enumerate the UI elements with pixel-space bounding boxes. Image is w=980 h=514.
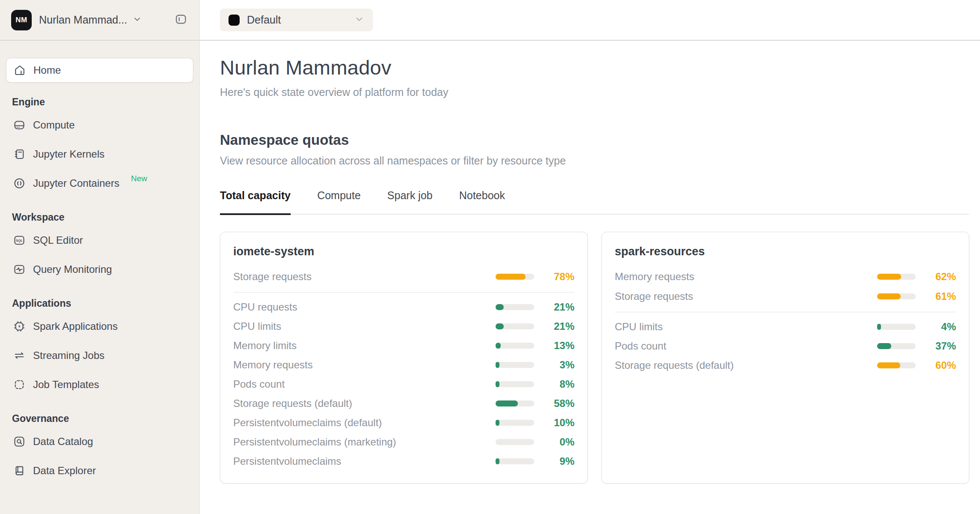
compute-icon (13, 119, 26, 131)
quota-percent: 37% (924, 340, 956, 352)
data-explorer-icon (13, 464, 26, 477)
quota-progress-fill (496, 274, 526, 280)
quota-progress-fill (877, 362, 900, 368)
quota-percent: 9% (543, 455, 574, 467)
quota-progress-bar (496, 304, 534, 310)
home-icon (13, 64, 26, 77)
sidebar-section-governance: Governance (12, 413, 187, 424)
page-subtitle: Here's quick state overview of platform … (220, 86, 969, 99)
quota-row: Persistentvolumeclaims (default) 10% (233, 413, 574, 432)
sidebar-item-label: Compute (33, 119, 75, 131)
chevron-down-icon[interactable] (132, 15, 142, 26)
chevron-down-icon (354, 14, 364, 26)
sidebar-item-query-monitoring[interactable]: Query Monitoring (6, 255, 193, 284)
sidebar-item-jupyter-containers[interactable]: Jupyter Containers New (6, 169, 193, 198)
project-selector[interactable]: Default (220, 9, 373, 31)
app-root: NM Nurlan Mammad... Home Engine (0, 0, 980, 514)
quota-label: Persistentvolumeclaims (default) (233, 417, 496, 429)
avatar: NM (11, 10, 32, 30)
user-name[interactable]: Nurlan Mammad... (39, 14, 127, 26)
quota-label: CPU limits (615, 321, 877, 333)
sidebar-item-data-explorer[interactable]: Data Explorer (6, 456, 193, 485)
quota-percent: 58% (543, 397, 574, 409)
sidebar-item-data-catalog[interactable]: Data Catalog (6, 427, 193, 456)
quota-progress-fill (496, 400, 518, 406)
quota-progress-bar (877, 293, 916, 299)
sidebar: NM Nurlan Mammad... Home Engine (0, 0, 200, 514)
quota-progress-fill (877, 274, 901, 280)
quota-label: Pods count (615, 340, 877, 352)
quota-label: Storage requests (default) (233, 397, 496, 409)
sidebar-item-label: Spark Applications (33, 320, 117, 332)
section-subtitle: View resource allocation across all name… (220, 155, 969, 167)
main-topbar: Default (200, 0, 980, 41)
namespace-card-title: iomete-system (233, 245, 574, 258)
sidebar-item-sql-editor[interactable]: SQL SQL Editor (6, 226, 193, 255)
quota-row: Persistentvolumeclaims (marketing) 0% (233, 432, 574, 451)
sidebar-nav: Home Engine Compute Jupyter Kernels (0, 41, 199, 485)
quota-progress-fill (496, 458, 499, 464)
sidebar-item-label: Jupyter Kernels (33, 148, 105, 160)
quota-percent: 10% (543, 417, 574, 429)
sidebar-toggle-button[interactable] (171, 10, 191, 30)
quota-row: CPU limits 4% (615, 317, 956, 336)
quota-tabs: Total capacity Compute Spark job Noteboo… (220, 189, 969, 215)
quota-progress-fill (496, 362, 499, 368)
quota-row: Persistentvolumeclaims 9% (233, 451, 574, 471)
quota-row: CPU limits 21% (233, 317, 574, 336)
quota-progress-fill (496, 420, 499, 426)
sidebar-item-jupyter-kernels[interactable]: Jupyter Kernels (6, 140, 193, 169)
quota-percent: 8% (543, 378, 574, 390)
svg-text:SQL: SQL (16, 239, 23, 242)
quota-label: Pods count (233, 378, 496, 390)
sidebar-item-job-templates[interactable]: Job Templates (6, 370, 193, 399)
sidebar-item-label: Home (33, 64, 61, 76)
quota-progress-bar (496, 420, 534, 426)
tab-compute[interactable]: Compute (317, 189, 361, 215)
tab-spark-job[interactable]: Spark job (387, 189, 433, 215)
sidebar-item-spark-applications[interactable]: Spark Applications (6, 312, 193, 341)
sidebar-section-workspace: Workspace (12, 212, 187, 223)
sidebar-section-applications: Applications (12, 298, 187, 309)
notebook-icon (13, 148, 26, 161)
quota-rows: CPU limits 4% Pods count 37% Storage req… (615, 317, 956, 375)
quota-progress-bar (496, 362, 534, 368)
tab-total-capacity[interactable]: Total capacity (220, 189, 291, 215)
quota-progress-bar (496, 439, 534, 445)
quota-label: Persistentvolumeclaims (233, 455, 496, 467)
quota-label: Memory requests (233, 359, 496, 371)
quota-progress-bar (496, 400, 534, 406)
quota-percent: 60% (924, 359, 956, 371)
quota-progress-fill (877, 324, 881, 330)
panel-left-icon (174, 13, 187, 27)
quota-percent: 3% (543, 359, 574, 371)
tab-notebook[interactable]: Notebook (459, 189, 505, 215)
card-divider (233, 292, 574, 293)
quota-rows: CPU requests 21% CPU limits 21% Memory l… (233, 297, 574, 471)
sidebar-item-compute[interactable]: Compute (6, 111, 193, 140)
quota-percent: 21% (543, 320, 574, 332)
quota-row: Storage requests (default) 60% (615, 356, 956, 375)
sidebar-item-label: Jupyter Containers (33, 177, 119, 189)
quota-progress-bar (496, 274, 534, 280)
quota-row: Storage requests (default) 58% (233, 394, 574, 413)
quota-progress-fill (496, 323, 504, 329)
project-color-swatch (228, 15, 240, 26)
quota-label: Memory requests (615, 271, 877, 283)
quota-progress-bar (496, 343, 534, 349)
container-icon (13, 177, 26, 190)
quota-progress-fill (877, 343, 891, 349)
sidebar-item-home[interactable]: Home (6, 58, 193, 83)
page-content: Nurlan Mammadov Here's quick state overv… (200, 41, 980, 484)
main-area: Default Nurlan Mammadov Here's quick sta… (200, 0, 980, 514)
namespace-card-iomete-system: iomete-system Storage requests 78% CPU r… (220, 232, 588, 484)
quota-percent: 4% (924, 321, 956, 333)
query-monitoring-icon (13, 263, 26, 276)
quota-percent: 0% (543, 436, 574, 448)
sidebar-item-streaming-jobs[interactable]: Streaming Jobs (6, 341, 193, 370)
namespace-card-title: spark-resources (615, 245, 956, 258)
project-selector-label: Default (247, 14, 281, 26)
quota-row: Pods count 8% (233, 374, 574, 394)
quota-label: CPU limits (233, 320, 496, 332)
sidebar-item-label: Data Catalog (33, 436, 93, 448)
